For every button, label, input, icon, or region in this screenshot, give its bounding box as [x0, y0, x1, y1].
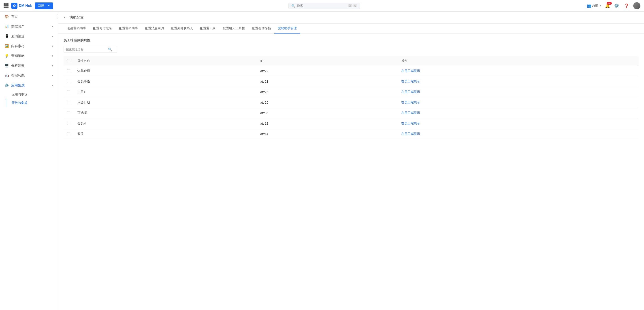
action-link-1[interactable]: 在员工端展示 [401, 80, 420, 83]
back-button[interactable]: ← [64, 16, 67, 20]
table-row: 可选项 attr35 在员工端展示 [64, 108, 639, 118]
kbd-cmd: ⌘ [348, 4, 352, 7]
row-checkbox-5[interactable] [67, 122, 70, 125]
sidebar-item-strategy[interactable]: 💡 营销策略 ▼ [0, 51, 58, 61]
sidebar-item-content[interactable]: 🖼️ 内容素材 ▼ [0, 41, 58, 51]
app-integration-icon: ⚙️ [4, 83, 9, 88]
org-selector[interactable]: 👥 总部 ▼ [587, 3, 602, 8]
logo-icon [11, 3, 18, 9]
data-assets-icon: 📊 [4, 24, 9, 29]
logo-svg [12, 3, 16, 8]
page-header: ← 功能配置 [58, 12, 644, 24]
action-link-2[interactable]: 在员工端展示 [401, 90, 420, 94]
sidebar-item-data-assets[interactable]: 📊 数据资产 ▼ [0, 21, 58, 31]
row-action-4: 在员工端展示 [398, 108, 639, 118]
sidebar: ‹ 🏠 首页 📊 数据资产 ▼ 📱 互动渠道 ▼ 🖼️ 内容素材 ▼ 💡 营销策… [0, 12, 58, 310]
top-header: DM Hub 新建 ▼ 🔍 ⌘ E 👥 总部 ▼ 🔔 99+ ⚙️ [0, 0, 644, 12]
row-checkbox-4[interactable] [67, 111, 70, 114]
table-row: 入会日期 attr26 在员工端展示 [64, 97, 639, 108]
data-intel-arrow: ▼ [51, 74, 54, 77]
analysis-arrow: ▼ [51, 65, 54, 67]
tab-config-external[interactable]: 配置外部联系人 [168, 24, 196, 33]
row-name-1: 会员等级 [74, 76, 257, 87]
tab-config-contacts[interactable]: 配置通讯录 [196, 24, 219, 33]
tab-create-assistant[interactable]: 创建营销助手 [64, 24, 90, 33]
channels-arrow: ▼ [51, 35, 54, 37]
tab-config-assistant[interactable]: 配置营销助手 [116, 24, 142, 33]
attr-search-bar[interactable]: 🔍 [64, 46, 117, 53]
col-action-header: 操作 [398, 56, 639, 66]
row-checkbox-1[interactable] [67, 80, 70, 83]
row-checkbox-6[interactable] [67, 132, 70, 135]
row-id-4: attr35 [257, 108, 398, 118]
attr-search-input[interactable] [66, 48, 106, 51]
action-link-4[interactable]: 在员工端展示 [401, 111, 420, 115]
page-title: 功能配置 [69, 15, 84, 20]
action-link-0[interactable]: 在员工端展示 [401, 69, 420, 73]
data-assets-arrow: ▼ [51, 25, 54, 28]
tab-config-chat-toolbar[interactable]: 配置聊天工具栏 [219, 24, 248, 33]
sidebar-item-data-assets-label: 数据资产 [11, 24, 24, 29]
row-action-5: 在员工端展示 [398, 118, 639, 129]
content-area: 员工端隐藏的属性 🔍 属性名称 ID 操作 订单金额 [58, 34, 644, 144]
data-intel-icon: 🤖 [4, 73, 9, 78]
analysis-icon: 🖥️ [4, 63, 9, 68]
sidebar-item-channels[interactable]: 📱 互动渠道 ▼ [0, 31, 58, 41]
row-action-1: 在员工端展示 [398, 76, 639, 87]
tab-assistant-manage[interactable]: 营销助手管理 [274, 24, 300, 33]
row-checkbox-0[interactable] [67, 69, 70, 72]
strategy-icon: 💡 [4, 54, 9, 58]
header-left: DM Hub 新建 ▼ [4, 2, 62, 9]
section-title: 员工端隐藏的属性 [64, 38, 639, 42]
sidebar-item-app-market[interactable]: 应用与市场 [7, 90, 58, 99]
col-id-header: ID [257, 56, 398, 66]
main-content: ← 功能配置 创建营销助手 配置可信域名 配置营销助手 配置消息回调 配置外部联… [58, 12, 644, 310]
attributes-table: 属性名称 ID 操作 订单金额 attr22 在员工端展示 会员等级 attr2… [64, 56, 639, 139]
row-checkbox-cell [64, 108, 74, 118]
action-link-3[interactable]: 在员工端展示 [401, 101, 420, 104]
sidebar-item-content-label: 内容素材 [11, 44, 24, 48]
notification-bell[interactable]: 🔔 99+ [605, 3, 610, 8]
row-checkbox-3[interactable] [67, 101, 70, 104]
sidebar-item-app-integration[interactable]: ⚙️ 应用集成 ▲ [0, 80, 58, 90]
grid-menu-icon[interactable] [4, 3, 8, 8]
strategy-arrow: ▼ [51, 55, 54, 57]
row-checkbox-cell [64, 76, 74, 87]
action-link-5[interactable]: 在员工端展示 [401, 122, 420, 125]
logo[interactable]: DM Hub [11, 3, 32, 9]
attr-search-icon: 🔍 [108, 48, 112, 51]
table-header-row: 属性名称 ID 操作 [64, 56, 639, 66]
sidebar-item-home-label: 首页 [11, 14, 18, 19]
search-input[interactable] [297, 4, 333, 7]
search-bar[interactable]: 🔍 ⌘ E [288, 3, 360, 9]
tabs: 创建营销助手 配置可信域名 配置营销助手 配置消息回调 配置外部联系人 配置通讯… [58, 24, 644, 34]
sidebar-item-home[interactable]: 🏠 首页 [0, 12, 58, 21]
header-checkbox[interactable] [67, 59, 70, 62]
org-label: 总部 [592, 4, 598, 8]
action-link-6[interactable]: 在员工端展示 [401, 132, 420, 136]
col-name-header: 属性名称 [74, 56, 257, 66]
row-checkbox-cell [64, 66, 74, 76]
sidebar-item-analysis[interactable]: 🖥️ 分析洞察 ▼ [0, 61, 58, 71]
tab-config-contacts-label: 配置通讯录 [200, 26, 216, 30]
settings-icon[interactable]: ⚙️ [614, 3, 620, 9]
row-checkbox-cell [64, 97, 74, 108]
logo-text: DM Hub [19, 4, 32, 8]
row-id-5: attr13 [257, 118, 398, 129]
row-checkbox-2[interactable] [67, 90, 70, 93]
help-icon[interactable]: ❓ [624, 3, 630, 9]
col-checkbox [64, 56, 74, 66]
row-name-0: 订单金额 [74, 66, 257, 76]
sidebar-item-data-intel[interactable]: 🤖 数据智能 ▼ [0, 71, 58, 80]
tab-config-msg[interactable]: 配置消息回调 [142, 24, 168, 33]
table-row: 会员等级 attr21 在员工端展示 [64, 76, 639, 87]
app-integration-arrow: ▲ [51, 84, 54, 87]
tab-config-domain[interactable]: 配置可信域名 [90, 24, 116, 33]
sidebar-item-open-integration[interactable]: 开放与集成 [7, 99, 58, 107]
tab-assistant-manage-label: 营销助手管理 [278, 26, 297, 30]
avatar[interactable] [633, 2, 640, 9]
tab-config-archive[interactable]: 配置会话存档 [248, 24, 274, 33]
new-button[interactable]: 新建 ▼ [35, 2, 53, 9]
org-icon: 👥 [587, 3, 591, 8]
row-checkbox-cell [64, 87, 74, 97]
